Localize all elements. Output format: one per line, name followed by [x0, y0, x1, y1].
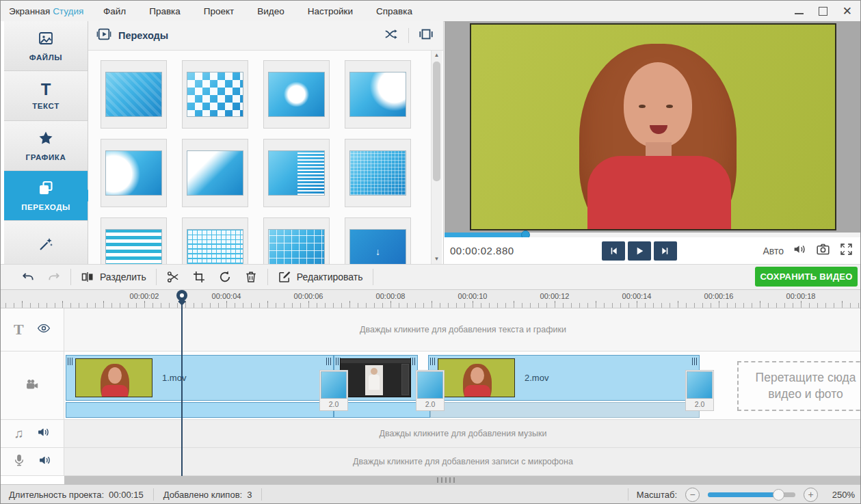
clip-grip[interactable] — [410, 358, 416, 365]
mic-track-placeholder[interactable]: Дважды кликните для добавления записи с … — [64, 448, 861, 475]
transition-thumb-grid-small[interactable] — [182, 217, 248, 264]
sidebar-item-переходы[interactable]: ПЕРЕХОДЫ — [4, 171, 88, 221]
preview-area: 00:00:02.880 Авто — [445, 21, 861, 264]
menu-item-4[interactable]: Настройки — [306, 5, 354, 18]
clip-audio-strip[interactable] — [66, 402, 334, 418]
text-track-placeholder[interactable]: Дважды кликните для добавления текста и … — [64, 308, 861, 351]
scrollbar-thumb[interactable] — [433, 62, 440, 181]
sidebar-item-текст[interactable]: TТЕКСТ — [4, 71, 88, 121]
transition-thumb-diag-tl[interactable] — [182, 139, 248, 207]
zoom-slider-handle[interactable] — [773, 489, 784, 501]
hscroll-grip[interactable] — [437, 477, 455, 483]
clip-grip[interactable] — [68, 358, 73, 365]
mic-track[interactable]: Дважды кликните для добавления записи с … — [1, 448, 861, 476]
play-button[interactable] — [628, 241, 651, 261]
zoom-value: 250% — [826, 490, 855, 500]
zoom-in-button[interactable]: + — [804, 488, 818, 502]
ruler-label: 00:00:16 — [704, 292, 734, 300]
scroll-up-icon[interactable]: ▲ — [432, 51, 442, 60]
menu-item-2[interactable]: Проект — [202, 5, 235, 18]
transition-thumb-lines-right[interactable] — [263, 139, 330, 207]
ruler-label: 00:00:06 — [294, 292, 323, 300]
timeline-tracks: T Дважды кликните для добавления текста … — [1, 308, 861, 476]
sidebar-item-файлы[interactable]: ФАЙЛЫ — [4, 21, 88, 71]
status-bar: Длительность проекта: 00:00:15 Добавлено… — [1, 484, 861, 504]
crop-icon[interactable] — [192, 270, 206, 284]
music-track[interactable]: ♫ Дважды кликните для добавления музыки — [1, 420, 861, 448]
zoom-slider[interactable] — [708, 492, 795, 497]
delete-trash-icon[interactable] — [244, 270, 258, 284]
auto-quality-label[interactable]: Авто — [763, 246, 784, 256]
clip-grip[interactable] — [692, 358, 698, 365]
playhead-pin[interactable] — [176, 290, 187, 301]
timeline-ruler[interactable]: 00:00:0200:00:0400:00:0600:00:0800:00:10… — [1, 290, 861, 308]
edit-button[interactable]: Редактировать — [278, 270, 363, 284]
clip-grip[interactable] — [430, 358, 436, 365]
music-volume-icon[interactable] — [37, 425, 51, 442]
visibility-eye-icon[interactable] — [37, 321, 51, 338]
duration-label: Длительность проекта: — [9, 490, 104, 500]
maximize-icon[interactable] — [819, 7, 827, 16]
transition-thumb-checker[interactable] — [182, 60, 248, 129]
transition-thumb-grid-fine[interactable] — [345, 139, 411, 207]
timeline-transition-badge[interactable]: 2.0 — [685, 370, 714, 411]
app-logo: Экранная Студия — [9, 6, 90, 16]
close-icon[interactable]: ✕ — [843, 5, 852, 17]
split-button[interactable]: Разделить — [81, 270, 146, 284]
text-track[interactable]: T Дважды кликните для добавления текста … — [1, 308, 861, 352]
prev-frame-button[interactable] — [602, 241, 625, 261]
transition-thumb-dissolve[interactable] — [101, 60, 167, 129]
transition-thumb-circle-tr[interactable] — [345, 60, 411, 129]
clip-grip[interactable] — [326, 358, 332, 365]
minimize-icon[interactable] — [795, 13, 804, 14]
shuffle-icon[interactable] — [384, 27, 399, 44]
next-frame-button[interactable] — [654, 241, 677, 261]
menu-bar: ФайлПравкаПроектВидеоНастройкиСправка — [102, 5, 414, 18]
redo-button[interactable] — [47, 270, 61, 284]
undo-button[interactable] — [21, 270, 35, 284]
drop-zone[interactable]: Перетащите сюда видео и фото — [737, 361, 861, 411]
ruler-label: 00:00:04 — [212, 292, 241, 300]
microphone-icon — [12, 453, 26, 470]
logo-part-1: Экранная — [9, 6, 50, 16]
snapshot-camera-icon[interactable] — [816, 242, 830, 259]
zoom-out-button[interactable]: − — [685, 488, 700, 502]
mic-volume-icon[interactable] — [38, 453, 52, 470]
video-track[interactable]: 1.mov2.mov2.02.02.0 Перетащите сюда виде… — [1, 352, 861, 420]
video-clip-1.mov[interactable]: 1.mov — [66, 355, 334, 401]
transition-thumb-circle-center[interactable] — [263, 60, 330, 129]
sidebar-item-label: ПЕРЕХОДЫ — [21, 203, 70, 211]
volume-icon[interactable] — [793, 242, 807, 259]
sidebar-item-графика[interactable]: ГРАФИКА — [4, 121, 88, 171]
logo-part-2: Студия — [53, 6, 83, 16]
transition-thumb-arrow-down[interactable] — [345, 217, 411, 264]
menu-item-0[interactable]: Файл — [102, 5, 127, 18]
scroll-down-icon[interactable]: ▼ — [432, 254, 442, 264]
timeline-transition-badge[interactable]: 2.0 — [416, 370, 445, 411]
sidebar: ФАЙЛЫTТЕКСТГРАФИКАПЕРЕХОДЫ — [1, 21, 88, 264]
music-track-placeholder[interactable]: Дважды кликните для добавления музыки — [64, 420, 861, 447]
timeline-toolbar: Разделить Редактировать СОХРАНИТЬ ВИДЕО — [1, 264, 861, 290]
transition-thumb-grid-large[interactable] — [263, 217, 330, 264]
menu-item-1[interactable]: Правка — [148, 5, 182, 18]
transitions-grid-area: ▲ ▼ — [88, 51, 443, 264]
transition-thumb-circle-left[interactable] — [101, 139, 167, 207]
horizontal-scrollbar[interactable] — [64, 476, 861, 484]
clip-audio-strip[interactable] — [430, 402, 700, 418]
timeline-transition-badge[interactable]: 2.0 — [319, 370, 348, 411]
transition-thumb-stripes-h[interactable] — [101, 217, 167, 264]
split-label: Разделить — [100, 271, 146, 282]
rotate-icon[interactable] — [218, 270, 232, 284]
duration-value: 00:00:15 — [109, 490, 144, 500]
seek-bar[interactable] — [445, 233, 861, 237]
panel-layout-icon[interactable] — [419, 27, 434, 44]
playhead-line[interactable] — [181, 300, 183, 476]
vertical-scrollbar[interactable]: ▲ ▼ — [431, 51, 442, 264]
video-clip-2.mov[interactable]: 2.mov — [428, 355, 700, 401]
menu-item-5[interactable]: Справка — [375, 5, 414, 18]
clip-label: 2.mov — [525, 373, 548, 383]
fullscreen-icon[interactable] — [839, 242, 853, 259]
save-video-button[interactable]: СОХРАНИТЬ ВИДЕО — [755, 267, 858, 287]
menu-item-3[interactable]: Видео — [256, 5, 285, 18]
cut-scissors-icon[interactable] — [166, 270, 180, 284]
